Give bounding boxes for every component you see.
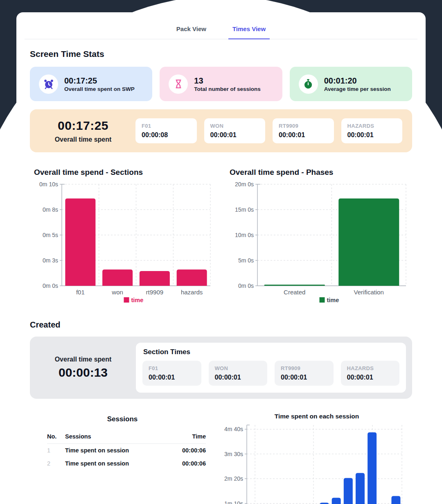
section-name: WON: [215, 365, 262, 371]
stopwatch-icon: [299, 75, 318, 94]
phases-bar-chart: 0m 0s5m 0s10m 0s15m 0s20m 0sCreatedVerif…: [226, 179, 412, 306]
table-row: 1Time spent on session00:00:06: [47, 444, 206, 457]
created-heading: Created: [30, 320, 412, 330]
bar: [368, 432, 377, 504]
svg-text:0m 3s: 0m 3s: [43, 257, 58, 264]
phases-chart-title: Overall time spend - Phases: [230, 168, 412, 177]
section-time-value: 00:00:08: [142, 131, 191, 139]
hourglass-icon: [169, 75, 188, 94]
section-time-value: 00:00:01: [149, 374, 195, 381]
section-name: F01: [149, 365, 195, 371]
svg-text:0m 0s: 0m 0s: [238, 283, 254, 289]
created-overall-value: 00:00:13: [36, 366, 130, 380]
svg-text:Verification: Verification: [354, 289, 384, 296]
svg-text:won: won: [111, 289, 123, 296]
bar: [391, 496, 400, 504]
section-time-tile: HAZARDS00:00:01: [341, 361, 400, 386]
table-row: 2Time spent on session00:00:06: [47, 457, 206, 470]
svg-text:0m 5s: 0m 5s: [43, 232, 58, 238]
section-times-title: Section Times: [143, 348, 399, 356]
alarm-clock-icon: [39, 75, 58, 94]
tab-times-view[interactable]: Times View: [228, 22, 270, 39]
session-time: 00:00:06: [168, 460, 206, 467]
svg-text:rt9909: rt9909: [146, 289, 164, 296]
bar: [356, 473, 365, 504]
session-label: Time spent on session: [65, 447, 168, 454]
section-times-panel: Section Times F0100:00:01WON00:00:01RT99…: [136, 343, 406, 393]
stat-label: Overall time spent on SWP: [64, 86, 135, 92]
svg-text:3m 30s: 3m 30s: [224, 451, 243, 457]
svg-text:0m 10s: 0m 10s: [39, 181, 58, 188]
section-time-tile: WON00:00:01: [209, 361, 268, 386]
section-time-value: 00:00:01: [215, 374, 262, 381]
bar: [177, 269, 207, 286]
section-name: F01: [142, 123, 191, 129]
svg-text:time: time: [131, 297, 144, 303]
section-time-value: 00:00:01: [347, 374, 394, 381]
charts-row: Overall time spend - Sections 0m 0s0m 3s…: [30, 168, 412, 308]
svg-text:4m 40s: 4m 40s: [224, 426, 243, 432]
svg-text:0m 0s: 0m 0s: [43, 283, 58, 289]
stat-value: 13: [194, 76, 261, 86]
bar: [344, 478, 353, 504]
overall-section-tiles: F0100:00:08WON00:00:01RT990900:00:01HAZA…: [135, 118, 402, 143]
section-time-value: 00:00:01: [281, 374, 327, 381]
svg-text:20m 0s: 20m 0s: [235, 181, 254, 188]
column-header-sessions: Sessions: [65, 433, 168, 440]
svg-text:time: time: [327, 297, 339, 303]
created-section-tiles: F0100:00:01WON00:00:01RT990900:00:01HAZA…: [142, 361, 399, 386]
bar: [140, 271, 170, 286]
stat-card-overall-time: 00:17:25 Overall time spent on SWP: [30, 67, 152, 101]
column-header-time: Time: [168, 433, 206, 440]
stat-cards-row: 00:17:25 Overall time spent on SWP 13 To…: [30, 67, 412, 101]
legend-swatch: [320, 297, 325, 303]
session-number: 1: [47, 447, 65, 454]
created-section: Created Overall time spent 00:00:13 Sect…: [30, 320, 412, 399]
section-name: RT9909: [281, 365, 327, 371]
bar: [65, 199, 95, 286]
section-time-value: 00:00:01: [279, 131, 328, 139]
bar: [264, 285, 325, 286]
section-name: HAZARDS: [347, 123, 397, 129]
sessions-table-section: Sessions No. Sessions Time 1Time spent o…: [30, 413, 215, 504]
bar: [338, 199, 399, 286]
section-name: WON: [210, 123, 259, 129]
section-time-value: 00:00:01: [347, 131, 397, 139]
table-header-row: No. Sessions Time: [47, 430, 206, 444]
legend-swatch: [124, 297, 129, 303]
session-number: 2: [47, 460, 65, 467]
stat-card-total-sessions: 13 Total number of sessions: [160, 67, 282, 101]
column-header-no: No.: [47, 433, 65, 440]
svg-text:15m 0s: 15m 0s: [235, 206, 254, 213]
sections-chart-title: Overall time spend - Sections: [34, 168, 216, 177]
stat-value: 00:17:25: [64, 76, 135, 86]
session-chart-title: Time spent on each session: [221, 413, 412, 420]
svg-text:Created: Created: [284, 289, 305, 296]
stat-card-average-time: 00:01:20 Average time per session: [290, 67, 412, 101]
section-time-tile: F0100:00:08: [135, 118, 197, 143]
overall-time-band: 00:17:25 Overall time spent F0100:00:08W…: [30, 109, 412, 152]
overall-time-label: Overall time spent: [40, 136, 126, 143]
view-tabs: Pack View Times View: [25, 12, 417, 39]
section-name: HAZARDS: [347, 365, 394, 371]
session-time-bar-chart: 0m 0s1m 10s2m 20s3m 30s4m 40s12345678910…: [221, 422, 408, 504]
svg-text:0m 8s: 0m 8s: [43, 206, 58, 213]
stat-label: Total number of sessions: [194, 86, 261, 92]
section-time-value: 00:00:01: [210, 131, 259, 139]
svg-text:2m 20s: 2m 20s: [224, 475, 243, 482]
bar: [332, 498, 341, 504]
session-label: Time spent on session: [65, 460, 168, 467]
stat-value: 00:01:20: [324, 76, 391, 86]
svg-text:f01: f01: [76, 289, 85, 296]
main-card: Pack View Times View Screen Time Stats 0…: [16, 12, 426, 504]
bar: [102, 269, 133, 286]
section-time-tile: RT990900:00:01: [275, 361, 334, 386]
stat-label: Average time per session: [324, 86, 391, 92]
session-time: 00:00:06: [168, 447, 206, 454]
tab-pack-view[interactable]: Pack View: [172, 22, 210, 39]
page-title: Screen Time Stats: [30, 49, 412, 59]
overall-time-value: 00:17:25: [40, 119, 126, 133]
session-chart-section: Time spent on each session 0m 0s1m 10s2m…: [215, 413, 412, 504]
sections-bar-chart: 0m 0s0m 3s0m 5s0m 8s0m 10sf01wonrt9909ha…: [30, 179, 216, 306]
svg-text:hazards: hazards: [181, 289, 203, 296]
